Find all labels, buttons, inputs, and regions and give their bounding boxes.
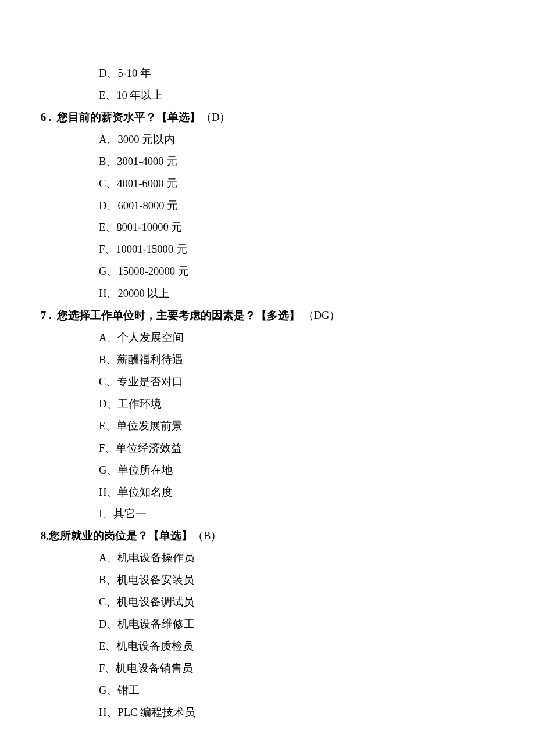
question-number: 7 . [41,305,57,327]
option-label: B、 [99,574,117,586]
option-text: 专业是否对口 [117,376,183,388]
option-text: 机电设备维修工 [117,618,195,630]
option-text: 机电设备质检员 [116,640,194,652]
option-label: I、 [99,508,113,519]
option-row: D、机电设备维修工 [99,614,512,636]
question-6-options: A、3000 元以内 B、3001-4000 元 C、4001-6000 元 D… [23,129,512,305]
option-label: A、 [99,332,117,343]
option-row: C、机电设备调试员 [99,592,512,614]
option-text: 单位知名度 [117,486,173,498]
option-label: G、 [99,685,117,696]
option-text: 15000-20000 元 [117,266,188,277]
option-text: 20000 以上 [117,288,169,299]
document-page: D、5-10 年 E、10 年以上 6 .您目前的薪资水平？【单选】（D） A、… [0,0,535,756]
question-number: 8, [41,530,49,542]
option-text: 3001-4000 元 [117,156,177,167]
question-text: 您选择工作单位时，主要考虑的因素是？ [57,310,256,321]
option-label: D、 [99,67,117,79]
question-8-options: A、机电设备操作员 B、机电设备安装员 C、机电设备调试员 D、机电设备维修工 … [23,547,512,723]
option-label: A、 [99,552,117,564]
option-row: D、工作环境 [99,393,512,415]
option-label: A、 [99,134,117,145]
option-label: H、 [99,707,117,718]
option-label: E、 [99,89,116,101]
option-label: G、 [99,464,117,476]
option-label: H、 [99,288,117,299]
option-label: F、 [99,442,116,454]
option-row: F、机电设备销售员 [99,658,512,680]
option-row: B、薪酬福利待遇 [99,349,512,371]
question-6: 6 .您目前的薪资水平？【单选】（D） [23,107,512,129]
question-answer: （DG） [300,310,340,321]
option-row: H、单位知名度 [99,482,512,504]
option-label: F、 [99,662,116,674]
option-row: B、机电设备安装员 [99,569,512,592]
option-text: PLC 编程技术员 [117,707,195,718]
option-text: 单位发展前景 [116,420,183,432]
option-text: 8001-10000 元 [116,221,182,233]
option-row: A、机电设备操作员 [99,547,512,569]
option-label: E、 [99,420,116,432]
option-label: C、 [99,178,117,189]
option-row: G、15000-20000 元 [99,261,512,283]
option-label: C、 [99,596,117,608]
option-text: 个人发展空间 [117,332,184,343]
option-label: D、 [99,398,117,410]
option-row: H、PLC 编程技术员 [99,702,512,724]
option-text: 其它一 [113,508,147,519]
option-row: E、8001-10000 元 [99,217,512,239]
option-label: D、 [99,618,117,630]
option-label: B、 [99,156,117,167]
question-type-tag: 【单选】 [148,530,192,542]
option-row: F、10001-15000 元 [99,239,512,261]
option-text: 10001-15000 元 [116,243,187,255]
option-text: 4001-6000 元 [117,178,177,189]
question-type-tag: 【单选】 [156,112,201,123]
option-label: C、 [99,376,117,388]
option-row: B、3001-4000 元 [99,151,512,173]
option-label: E、 [99,221,116,233]
option-row: F、单位经济效益 [99,438,512,460]
option-label: F、 [99,243,116,255]
question-7-options: A、个人发展空间 B、薪酬福利待遇 C、专业是否对口 D、工作环境 E、单位发展… [23,327,512,525]
option-text: 3000 元以内 [117,134,175,145]
option-label: D、 [99,200,117,212]
question-number: 6 . [41,107,57,129]
option-row: A、3000 元以内 [99,129,512,151]
question-text: 您所就业的岗位是？ [49,530,148,542]
option-text: 6001-8000 元 [117,200,178,212]
question-8: 8,您所就业的岗位是？【单选】（B） [23,525,512,547]
question-text: 您目前的薪资水平？ [57,112,156,123]
option-row: E、10 年以上 [99,85,512,107]
option-text: 机电设备操作员 [117,552,195,564]
question-answer: （B） [192,530,222,542]
option-row: I、其它一 [99,503,512,525]
option-row: G、钳工 [99,680,512,702]
option-row: E、机电设备质检员 [99,636,512,658]
option-label: E、 [99,640,116,652]
option-row: D、5-10 年 [99,63,512,85]
option-text: 机电设备销售员 [116,662,193,674]
option-text: 5-10 年 [117,67,151,79]
question-7: 7 .您选择工作单位时，主要考虑的因素是？【多选】 （DG） [23,305,512,327]
option-row: C、专业是否对口 [99,371,512,393]
option-text: 机电设备安装员 [117,574,194,586]
option-text: 单位经济效益 [116,442,182,454]
option-text: 钳工 [117,685,140,696]
option-label: B、 [99,354,117,366]
option-text: 机电设备调试员 [117,596,194,608]
option-text: 单位所在地 [117,464,173,476]
option-row: E、单位发展前景 [99,415,512,438]
option-label: G、 [99,266,117,277]
question-answer: （D） [201,112,230,123]
prev-question-options: D、5-10 年 E、10 年以上 [23,63,512,107]
option-text: 10 年以上 [116,89,163,101]
option-row: H、20000 以上 [99,283,512,305]
question-type-tag: 【多选】 [256,310,300,321]
option-row: G、单位所在地 [99,460,512,482]
option-row: A、个人发展空间 [99,327,512,349]
option-text: 工作环境 [117,398,162,410]
option-row: D、6001-8000 元 [99,195,512,217]
option-row: C、4001-6000 元 [99,173,512,195]
option-text: 薪酬福利待遇 [117,354,183,366]
